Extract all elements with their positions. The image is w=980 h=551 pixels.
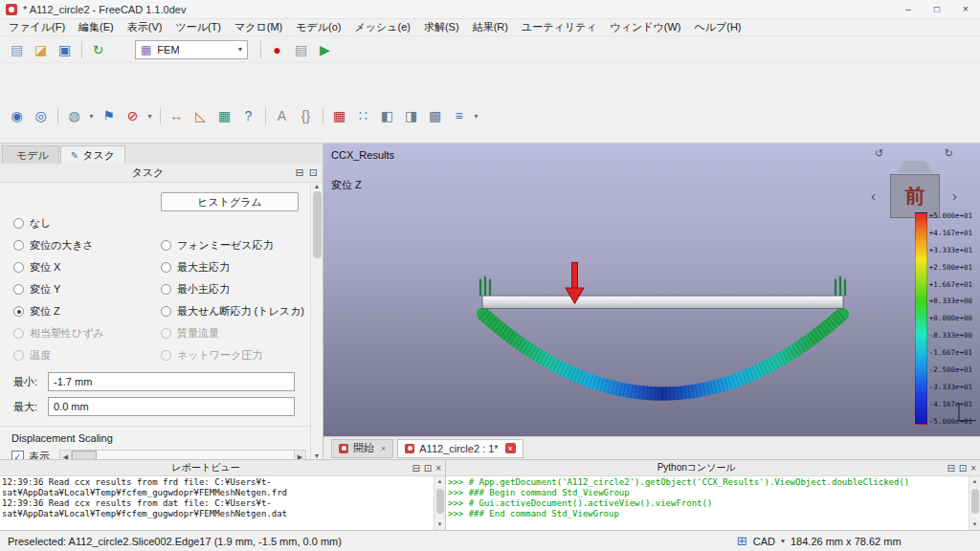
menu-item[interactable]: ツール(T) xyxy=(168,20,228,34)
slider-left-arrow[interactable]: ◀ xyxy=(59,450,72,459)
chevron-down-icon[interactable]: ▾ xyxy=(86,104,97,127)
dock-close-icon[interactable]: × xyxy=(435,463,441,474)
expression-icon[interactable]: {} xyxy=(294,104,318,127)
macro-execute-icon[interactable]: ▶ xyxy=(313,38,337,61)
result-show-icon[interactable]: ≡ xyxy=(447,104,471,127)
sync-view-icon[interactable]: ◍ xyxy=(62,104,86,127)
result-type-radio[interactable]: ネットワーク圧力 xyxy=(161,344,308,366)
flag-icon[interactable]: ⚑ xyxy=(97,104,121,127)
macro-edit-icon[interactable]: ▤ xyxy=(289,38,313,61)
menu-item[interactable]: ヘルプ(H) xyxy=(687,20,747,34)
scroll-up-icon[interactable]: ▲ xyxy=(314,183,321,189)
result-type-radio[interactable]: 最大主応力 xyxy=(161,256,308,278)
result-type-radio[interactable]: 変位 Y xyxy=(13,278,161,300)
menu-item[interactable]: ユーティリティ xyxy=(515,20,604,34)
mesh-clear-icon[interactable]: ◨ xyxy=(399,104,423,127)
whats-this-icon[interactable]: ? xyxy=(236,104,260,127)
dock-float-icon[interactable]: ⊟ xyxy=(412,463,419,474)
document-tab[interactable]: 開始 × xyxy=(331,439,393,458)
mesh-nodes-icon[interactable]: ∷ xyxy=(351,104,375,127)
panel-tab[interactable]: モデル xyxy=(2,145,59,164)
clipping-plane-icon[interactable]: ▦ xyxy=(212,104,236,127)
dock-popout-icon[interactable]: ⊡ xyxy=(424,463,432,474)
mesh-print-info-icon[interactable]: ▩ xyxy=(423,104,447,127)
menu-item[interactable]: 編集(E) xyxy=(72,20,121,34)
measure-distance-icon[interactable]: ↔ xyxy=(165,104,189,127)
result-type-radio[interactable]: フォンミーゼス応力 xyxy=(161,234,308,256)
dock-float-icon[interactable]: ⊟ xyxy=(296,166,304,179)
show-checkbox[interactable]: ✓ xyxy=(11,451,24,459)
result-type-radio[interactable]: 最小主応力 xyxy=(161,278,308,300)
dock-popout-icon[interactable]: ⊡ xyxy=(309,166,318,179)
dock-float-icon[interactable]: ⊟ xyxy=(947,463,954,474)
save-document-icon[interactable]: ▣ xyxy=(53,38,77,61)
tab-close-icon[interactable]: × xyxy=(505,443,516,453)
zoom-all-icon[interactable]: ◉ xyxy=(5,104,29,127)
measure-angle-icon[interactable]: ◺ xyxy=(189,104,212,127)
python-console-body[interactable]: ▲ ▼ >>> # App.getDocument('A112_circle2'… xyxy=(446,476,980,530)
result-type-radio[interactable]: 最大せん断応力 (トレスカ) xyxy=(161,300,308,322)
scroll-up-icon[interactable]: ▲ xyxy=(972,476,978,487)
menu-item[interactable]: メッシュ(e) xyxy=(347,20,416,34)
min-value-input[interactable] xyxy=(48,372,295,391)
navigation-settings-icon[interactable]: ⊞ xyxy=(737,534,747,548)
close-button[interactable]: × xyxy=(951,0,980,18)
slider-thumb[interactable] xyxy=(72,451,97,459)
document-tab[interactable]: A112_circle2 : 1* × xyxy=(397,439,523,458)
viewport-3d[interactable]: CCX_Results 変位 Z ↺ ↻ ‹ › 前 +5.000e+01+4.… xyxy=(323,143,980,436)
rotate-ccw-icon[interactable]: ↺ xyxy=(875,147,883,160)
chevron-down-icon[interactable]: ▾ xyxy=(145,104,155,127)
scrollbar-thumb[interactable] xyxy=(436,489,444,514)
tab-close-icon[interactable]: × xyxy=(381,444,386,453)
result-type-radio[interactable]: 温度 xyxy=(13,344,161,366)
stop-operation-icon[interactable]: ⊘ xyxy=(121,104,145,127)
report-scrollbar[interactable]: ▲ ▼ xyxy=(434,476,445,530)
workbench-selector[interactable]: ▦ FEM ▾ xyxy=(135,40,248,59)
nav-chevron-right-icon[interactable]: › xyxy=(952,187,957,204)
navigation-style-selector[interactable]: CAD xyxy=(753,536,775,547)
scrollbar-thumb[interactable] xyxy=(313,191,322,258)
scroll-down-icon[interactable]: ▼ xyxy=(437,519,443,530)
new-document-icon[interactable]: ▤ xyxy=(5,38,29,61)
nav-cube-top-face[interactable] xyxy=(890,161,940,173)
result-type-radio[interactable]: 変位の大きさ xyxy=(13,234,161,256)
menu-item[interactable]: モデル(o) xyxy=(289,20,347,34)
menu-item[interactable]: ファイル(F) xyxy=(2,20,72,34)
panel-tab[interactable]: ✎ タスク xyxy=(60,145,125,164)
menu-item[interactable]: 結果(R) xyxy=(466,20,515,34)
text-annotation-icon[interactable]: A xyxy=(270,104,294,127)
nav-chevron-left-icon[interactable]: ‹ xyxy=(871,187,876,204)
menu-item[interactable]: ウィンドウ(W) xyxy=(603,20,687,34)
scroll-down-icon[interactable]: ▼ xyxy=(972,519,978,530)
histogram-button[interactable]: ヒストグラム xyxy=(161,192,299,211)
result-type-radio[interactable]: 質量流量 xyxy=(161,322,308,344)
refresh-icon[interactable]: ↻ xyxy=(86,38,110,61)
slider-right-arrow[interactable]: ▶ xyxy=(294,450,306,459)
menu-item[interactable]: マクロ(M) xyxy=(228,20,289,34)
undeformed-beam[interactable] xyxy=(482,296,843,308)
scrollbar-thumb[interactable] xyxy=(971,489,979,514)
dock-close-icon[interactable]: × xyxy=(970,463,976,474)
menu-item[interactable]: 求解(S) xyxy=(417,20,466,34)
material-editor-icon[interactable]: ▦ xyxy=(327,104,351,127)
maximize-button[interactable]: □ xyxy=(923,0,951,18)
menu-item[interactable]: 表示(V) xyxy=(121,20,169,34)
python-console-scrollbar[interactable]: ▲ ▼ xyxy=(969,476,980,530)
open-document-icon[interactable]: ◪ xyxy=(29,38,53,61)
max-value-input[interactable] xyxy=(48,397,295,416)
task-panel-scrollbar[interactable]: ▲ ▼ xyxy=(310,183,323,459)
macro-record-icon[interactable]: ● xyxy=(265,38,289,61)
minimize-button[interactable]: – xyxy=(894,0,923,18)
displacement-slider[interactable] xyxy=(72,450,294,459)
scroll-down-icon[interactable]: ▼ xyxy=(314,452,321,459)
mesh-region-icon[interactable]: ◧ xyxy=(375,104,399,127)
scroll-up-icon[interactable]: ▲ xyxy=(437,476,443,487)
dock-popout-icon[interactable]: ⊡ xyxy=(959,463,967,474)
result-type-radio[interactable]: 変位 Z xyxy=(13,300,161,322)
rotate-cw-icon[interactable]: ↻ xyxy=(945,147,953,160)
result-type-radio[interactable]: 相当塑性ひずみ xyxy=(13,322,161,344)
zoom-selection-icon[interactable]: ◎ xyxy=(29,104,53,127)
result-type-radio[interactable]: 変位 X xyxy=(13,256,161,278)
result-type-radio[interactable]: なし xyxy=(13,212,161,234)
chevron-down-icon[interactable]: ▾ xyxy=(471,104,481,127)
